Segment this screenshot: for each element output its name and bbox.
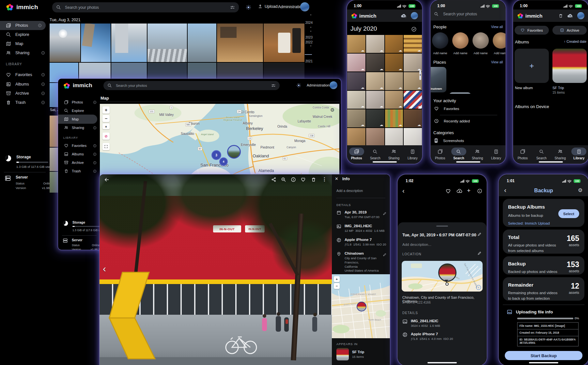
map-location-disabled-button[interactable]: ⊘ [102, 133, 110, 140]
settings-gear-icon[interactable]: ⚙ [578, 187, 582, 193]
home-indicator[interactable] [373, 161, 397, 163]
person-name[interactable]: Add name [452, 51, 469, 55]
album-card-sf-trip[interactable] [552, 49, 587, 83]
sidebar-item-trash[interactable]: Trash [0, 98, 49, 107]
info-icon[interactable] [93, 144, 97, 148]
sidebar-item-photos[interactable]: Photos [58, 98, 100, 107]
map-compass-button[interactable]: ▲ [102, 123, 110, 129]
info-icon[interactable] [41, 91, 45, 95]
person-name[interactable]: Add name [472, 51, 489, 55]
map-attribution-info-icon[interactable]: i [476, 285, 481, 290]
appears-in-album[interactable]: SF Trip 15 items [336, 348, 364, 360]
tab-library[interactable]: Library [403, 146, 422, 162]
tab-search[interactable]: Search [449, 146, 468, 162]
sidebar-item-sharing[interactable]: Sharing [58, 123, 100, 132]
info-icon[interactable] [93, 152, 97, 156]
tab-sharing[interactable]: Sharing [468, 146, 487, 162]
photo-thumbnail[interactable] [147, 24, 187, 62]
tab-photos[interactable]: Photos [347, 146, 366, 162]
photo-thumbnail[interactable]: ☁ [347, 109, 365, 127]
photo-thumbnail[interactable]: ☁ [347, 72, 365, 90]
photo-thumbnail[interactable]: ☁ [385, 35, 403, 53]
photo-thumbnail[interactable] [404, 128, 422, 145]
photo-thumbnail[interactable]: ☁ [347, 91, 365, 109]
archive-chip[interactable]: Archive [552, 26, 587, 35]
place-card[interactable]: Chinatown [431, 67, 446, 92]
sidebar-item-explore[interactable]: Explore [58, 106, 100, 115]
trash-icon[interactable] [558, 13, 563, 18]
sidebar-item-photos[interactable]: Photos [0, 21, 46, 30]
map-fullscreen-button[interactable] [102, 143, 110, 150]
user-avatar[interactable] [330, 81, 337, 89]
photo-thumbnail[interactable]: ☁ [366, 72, 384, 90]
detail-location-row[interactable]: Chinatown City and County of San Francis… [336, 251, 390, 273]
person-item[interactable]: Add name [493, 32, 505, 55]
screenshots-row[interactable]: Screenshots [434, 138, 464, 143]
previous-photo-button[interactable]: ‹ [103, 263, 106, 274]
info-bottom-sheet[interactable]: Tue, Apr 30, 2019 • 6:07 PM GMT-07:00 Ad… [398, 222, 487, 365]
tab-sharing[interactable]: Sharing [551, 146, 570, 162]
favorites-row[interactable]: Favorites [434, 106, 459, 111]
filter-sliders-icon[interactable] [271, 83, 276, 88]
sidebar-item-albums[interactable]: Albums [0, 80, 49, 89]
sort-created-date[interactable]: ↑ Created date [564, 40, 586, 43]
person-item[interactable]: Add name [432, 32, 448, 55]
share-icon[interactable] [271, 177, 276, 182]
photo-thumbnail[interactable]: ☁ [404, 91, 422, 109]
user-avatar[interactable] [577, 12, 584, 19]
filter-sliders-icon[interactable] [230, 5, 235, 10]
location-map[interactable]: The Embarcadero San Francisco Ferry Buil… [402, 261, 483, 292]
search-input[interactable] [64, 5, 227, 10]
photo-thumbnail[interactable] [50, 24, 80, 62]
info-icon[interactable] [93, 169, 97, 173]
photo-viewer[interactable]: IN-N-OUT IN-N-OUT ‹ [100, 174, 332, 365]
sidebar-item-sharing[interactable]: Sharing [0, 48, 49, 57]
upload-button[interactable]: Upload [258, 4, 278, 9]
person-name[interactable]: Add name [432, 51, 448, 55]
home-indicator[interactable] [539, 161, 563, 163]
edit-location-pencil-icon[interactable] [477, 251, 482, 255]
sidebar-item-map[interactable]: Map [58, 115, 97, 124]
person-item[interactable]: Add name [452, 32, 469, 55]
administration-link[interactable]: Administration [307, 83, 330, 87]
map-cluster-marker[interactable]: 3 [211, 150, 221, 160]
select-button[interactable]: Select [558, 209, 579, 218]
home-indicator[interactable] [529, 362, 558, 363]
search-input[interactable] [115, 83, 268, 88]
photo-thumbnail[interactable]: ☁ [385, 72, 403, 90]
edit-location-pencil-icon[interactable] [383, 252, 387, 258]
sidebar-item-favorites[interactable]: Favorites [58, 141, 100, 150]
info-icon[interactable] [41, 101, 45, 104]
photo-thumbnail[interactable] [188, 24, 216, 62]
map-zoom-out-button[interactable]: − [102, 115, 110, 122]
info-icon[interactable] [38, 24, 42, 27]
places-view-all-link[interactable]: View all [491, 60, 503, 64]
search-bar[interactable] [52, 2, 239, 12]
add-description-field[interactable]: Add a description [336, 189, 363, 193]
sidebar-item-trash[interactable]: Trash [58, 167, 100, 176]
person-avatar[interactable] [472, 32, 489, 49]
sidebar-item-explore[interactable]: Explore [0, 30, 49, 39]
user-avatar[interactable] [411, 12, 418, 19]
immich-logo[interactable]: immich [63, 82, 92, 89]
search-bar[interactable] [434, 10, 502, 18]
sidebar-item-archive[interactable]: Archive [58, 158, 100, 167]
photo-thumbnail[interactable] [111, 24, 147, 62]
place-card[interactable]: Near North Side [449, 92, 471, 94]
search-input[interactable] [442, 11, 502, 17]
location-minimap[interactable]: FISHERMAN'S WHARF Beach Street North Bea… [332, 274, 390, 338]
timeline-scrubber-handle[interactable] [305, 54, 312, 55]
favorite-heart-icon[interactable] [445, 188, 451, 194]
sidebar-item-albums[interactable]: Albums [58, 150, 100, 159]
photo-thumbnail[interactable]: ☁ [347, 35, 365, 53]
info-icon[interactable] [477, 188, 482, 194]
photo-thumbnail[interactable]: ☁ [366, 91, 384, 109]
favorite-heart-icon[interactable] [301, 177, 306, 182]
map-photo-marker[interactable] [227, 145, 241, 159]
photo-thumbnail[interactable] [366, 128, 384, 145]
back-arrow-icon[interactable] [104, 177, 110, 182]
close-icon[interactable]: ✕ [335, 176, 338, 181]
photo-thumbnail[interactable] [217, 24, 263, 62]
minimap-zoom-out-button[interactable]: − [334, 283, 340, 289]
more-menu-icon[interactable]: ⋮ [322, 176, 327, 182]
